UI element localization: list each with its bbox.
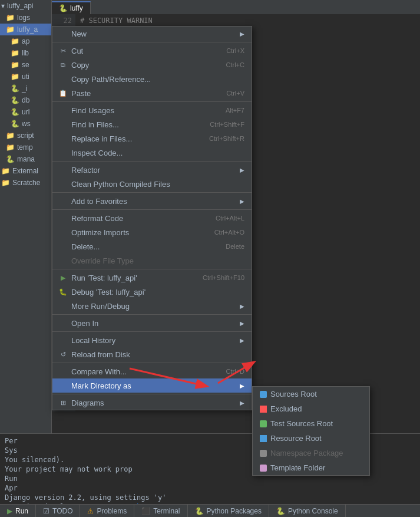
sidebar-item-scratche[interactable]: 📁 Scratche (0, 177, 51, 189)
cut-icon: ✂ (58, 46, 68, 55)
menu-item-find-in-files[interactable]: Find in Files... Ctrl+Shift+F (52, 117, 252, 131)
sidebar-item-label: temp (17, 143, 33, 152)
folder-icon: 📁 (1, 179, 10, 187)
menu-item-label: Diagrams (71, 399, 104, 407)
menu-item-reload-from-disk[interactable]: ↺ Reload from Disk (52, 347, 252, 361)
history-icon (58, 335, 68, 345)
sidebar-item-lib[interactable]: 📁 lib (0, 47, 51, 59)
menu-divider (52, 161, 252, 162)
sidebar-item-db[interactable]: 🐍 db (0, 94, 51, 106)
menu-item-cut[interactable]: ✂ Cut Ctrl+X (52, 44, 252, 58)
menu-item-label: Copy Path/Reference... (71, 75, 151, 84)
menu-item-label: Copy (71, 61, 89, 70)
file-icon: 🐍 (11, 120, 19, 128)
menu-shortcut: Alt+F7 (226, 107, 244, 114)
menu-shortcut: Ctrl+Shift+R (209, 135, 244, 142)
folder-icon: 📁 (6, 25, 15, 34)
menu-item-add-favorites[interactable]: Add to Favorites ▶ (52, 194, 252, 208)
context-menu: New ▶ ✂ Cut Ctrl+X ⧉ Copy Ctrl+C Copy Pa… (52, 26, 252, 410)
menu-item-run-test[interactable]: ▶ Run 'Test: luffy_api' Ctrl+Shift+F10 (52, 271, 252, 285)
submenu-item-label: Template Folder (270, 463, 325, 472)
sidebar-item-script[interactable]: 📁 script (0, 130, 51, 141)
sidebar-item-logs[interactable]: 📁 logs (0, 12, 51, 24)
resource-root-dot (260, 435, 267, 442)
copy-path-icon (58, 74, 68, 84)
submenu-item-excluded[interactable]: Excluded (253, 401, 369, 416)
menu-item-compare-with[interactable]: Compare With... Ctrl+D (52, 364, 252, 378)
menu-item-label: Find in Files... (71, 120, 119, 129)
menu-item-mark-directory[interactable]: Mark Directory as ▶ (52, 378, 252, 393)
menu-item-debug-test[interactable]: 🐛 Debug 'Test: luffy_api' (52, 285, 252, 299)
menu-item-reformat[interactable]: Reformat Code Ctrl+Alt+L (52, 211, 252, 225)
status-tab-run[interactable]: ▶ Run (0, 505, 36, 517)
sidebar-item-luffy-a[interactable]: 📁 luffy_a (0, 24, 51, 35)
submenu-item-test-sources-root[interactable]: Test Sources Root (253, 416, 369, 431)
menu-item-more-run-debug[interactable]: More Run/Debug ▶ (52, 299, 252, 313)
menu-item-inspect-code[interactable]: Inspect Code... (52, 146, 252, 160)
status-tab-label: Python Console (288, 507, 338, 515)
more-run-icon (58, 301, 68, 311)
folder-icon: 📁 (11, 61, 19, 69)
menu-item-delete[interactable]: Delete... Delete (52, 239, 252, 253)
sidebar-item-mana[interactable]: 🐍 mana (0, 153, 51, 165)
menu-item-paste[interactable]: 📋 Paste Ctrl+V (52, 86, 252, 100)
copy-icon: ⧉ (58, 60, 68, 70)
status-tab-label: Run (15, 507, 28, 515)
reload-icon: ↺ (58, 350, 68, 359)
menu-item-label: Delete... (71, 242, 100, 251)
folder-icon: 📁 (11, 49, 19, 57)
delete-icon (58, 242, 68, 251)
tab-luffy[interactable]: 🐍 luffy (52, 1, 91, 14)
status-tab-python-packages[interactable]: 🐍 Python Packages (188, 505, 269, 517)
menu-item-diagrams[interactable]: ⊞ Diagrams ▶ (52, 396, 252, 410)
submenu-item-resource-root[interactable]: Resource Root (253, 431, 369, 446)
menu-item-local-history[interactable]: Local History ▶ (52, 333, 252, 347)
sidebar-item-label: luffy_a (17, 25, 38, 34)
project-sidebar: ▾ luffy_api 📁 logs 📁 luffy_a 📁 ap 📁 lib … (0, 0, 52, 495)
sidebar-item-ap[interactable]: 📁 ap (0, 35, 51, 47)
submenu-arrow-icon: ▶ (240, 320, 244, 327)
menu-shortcut: Ctrl+Shift+F10 (203, 274, 244, 281)
status-tab-label: Terminal (153, 507, 180, 515)
sidebar-item-uti[interactable]: 📁 uti (0, 71, 51, 83)
sidebar-item-external[interactable]: 📁 External (0, 165, 51, 177)
sources-root-dot (260, 391, 267, 398)
sidebar-item-luffy-api[interactable]: ▾ luffy_api (0, 0, 51, 12)
sidebar-item-url[interactable]: 🐍 url (0, 106, 51, 118)
menu-item-override-file-type[interactable]: Override File Type (52, 253, 252, 268)
menu-item-optimize-imports[interactable]: Optimize Imports Ctrl+Alt+O (52, 225, 252, 239)
sidebar-item-label: External (12, 167, 38, 175)
menu-item-open-in[interactable]: Open In ▶ (52, 316, 252, 330)
menu-item-replace-in-files[interactable]: Replace in Files... Ctrl+Shift+R (52, 131, 252, 146)
sidebar-item-ws[interactable]: 🐍 ws (0, 118, 51, 130)
menu-item-refactor[interactable]: Refactor ▶ (52, 163, 252, 177)
sidebar-item-temp[interactable]: 📁 temp (0, 141, 51, 153)
folder-icon: 📁 (11, 37, 19, 45)
sidebar-item-label: se (22, 61, 29, 69)
todo-icon: ☑ (43, 507, 49, 515)
status-tab-label: TODO (52, 507, 72, 515)
sidebar-item-init[interactable]: 🐍 _i (0, 83, 51, 94)
status-tab-problems[interactable]: ⚠ Problems (80, 505, 134, 517)
menu-item-copy[interactable]: ⧉ Copy Ctrl+C (52, 58, 252, 72)
tab-icon: 🐍 (59, 4, 68, 12)
submenu-arrow-icon: ▶ (240, 303, 244, 309)
reformat-icon (58, 213, 68, 223)
menu-item-new[interactable]: New ▶ (52, 27, 252, 41)
test-sources-dot (260, 420, 267, 427)
submenu-item-template-folder[interactable]: Template Folder (253, 460, 369, 475)
menu-item-find-usages[interactable]: Find Usages Alt+F7 (52, 103, 252, 117)
submenu-item-sources-root[interactable]: Sources Root (253, 387, 369, 401)
folder-icon: 📁 (6, 131, 15, 140)
status-tab-python-console[interactable]: 🐍 Python Console (269, 505, 346, 517)
status-tab-terminal[interactable]: ⬛ Terminal (134, 505, 187, 517)
status-tab-todo[interactable]: ☑ TODO (36, 505, 80, 517)
menu-item-copy-path[interactable]: Copy Path/Reference... (52, 72, 252, 86)
sidebar-item-se[interactable]: 📁 se (0, 59, 51, 71)
menu-item-clean-python[interactable]: Clean Python Compiled Files (52, 177, 252, 191)
menu-item-label: New (71, 29, 87, 38)
submenu-item-namespace-package[interactable]: Namespace Package (253, 446, 369, 460)
menu-item-label: Run 'Test: luffy_api' (71, 274, 137, 282)
favorites-icon (58, 196, 68, 206)
folder-icon: 📁 (11, 73, 19, 81)
